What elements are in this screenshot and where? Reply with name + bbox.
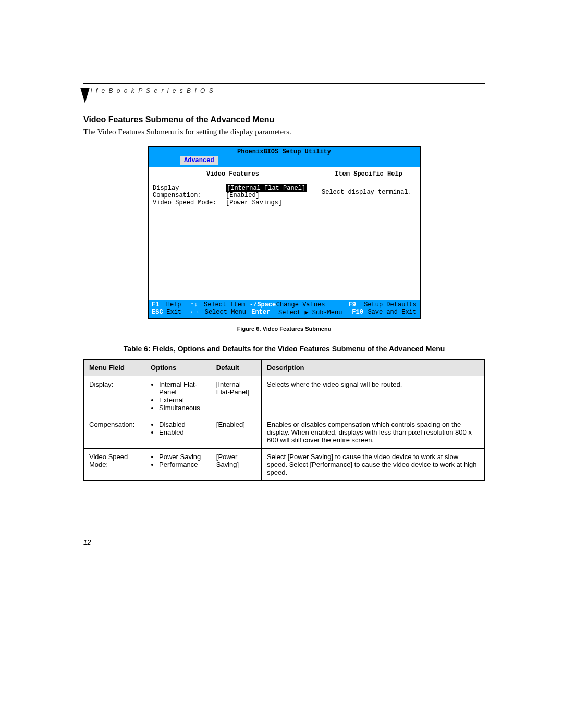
- bios-key: -/Space: [250, 301, 276, 309]
- option-item: Disabled: [159, 421, 205, 428]
- bios-key-label: Save and Exit: [368, 309, 417, 316]
- bios-key: ESC: [152, 309, 163, 316]
- th-description: Description: [262, 360, 485, 376]
- option-item: Internal Flat-Panel: [159, 380, 205, 396]
- th-menu-field: Menu Field: [84, 360, 145, 376]
- bios-key: F10: [352, 309, 363, 316]
- option-item: Power Saving: [159, 453, 205, 461]
- cell-desc: Selects where the video signal will be r…: [262, 376, 485, 416]
- bios-key-label: Select ▶ Sub-Menu: [278, 309, 352, 316]
- bios-row-label: Video Speed Mode:: [153, 199, 226, 206]
- page-flag-icon: [80, 88, 90, 103]
- bios-row-video-speed: Video Speed Mode: [Power Savings]: [153, 199, 313, 206]
- cell-field: Compensation:: [84, 416, 145, 449]
- bios-row-label: Compensation:: [153, 192, 226, 199]
- options-table: Menu Field Options Default Description D…: [83, 359, 485, 481]
- section-title: Video Features Submenu of the Advanced M…: [83, 115, 485, 125]
- bios-key: ↑↓: [190, 301, 198, 309]
- option-item: Performance: [159, 461, 205, 468]
- option-item: Simultaneous: [159, 404, 205, 412]
- cell-options: Power Saving Performance: [145, 449, 211, 481]
- bios-key-label: Select Item: [204, 301, 250, 309]
- bios-row-display: Display [Internal Flat Panel]: [153, 184, 313, 192]
- cell-default: [Enabled]: [211, 416, 261, 449]
- bios-key: F1: [152, 301, 159, 309]
- bios-help-title: Item Specific Help: [322, 170, 415, 178]
- cell-desc: Select [Power Saving] to cause the video…: [262, 449, 485, 481]
- bios-row-value: [Enabled]: [226, 192, 260, 199]
- bios-row-value: [Internal Flat Panel]: [226, 184, 307, 192]
- table-header-row: Menu Field Options Default Description: [84, 360, 485, 376]
- bios-key-label: Change Values: [276, 301, 349, 309]
- header-rule: [83, 83, 485, 84]
- bios-screenshot: PhoenixBIOS Setup Utility Advanced Video…: [148, 146, 421, 319]
- bios-left-title: Video Features: [153, 170, 313, 178]
- bios-help-pane: Item Specific Help Select display termin…: [317, 167, 420, 300]
- option-item: Enabled: [159, 428, 205, 436]
- cell-options: Internal Flat-Panel External Simultaneou…: [145, 376, 211, 416]
- bios-row-value: [Power Savings]: [226, 199, 282, 206]
- bios-tab-row: Advanced: [149, 156, 420, 167]
- page-number: 12: [83, 538, 485, 546]
- bios-row-label: Display: [153, 184, 226, 192]
- cell-field: Display:: [84, 376, 145, 416]
- th-default: Default: [211, 360, 261, 376]
- cell-field: Video Speed Mode:: [84, 449, 145, 481]
- figure-caption: Figure 6. Video Features Submenu: [83, 326, 485, 332]
- option-item: External: [159, 396, 205, 404]
- table-row: Display: Internal Flat-Panel External Si…: [84, 376, 485, 416]
- bios-title-bar: PhoenixBIOS Setup Utility: [149, 147, 420, 156]
- table-row: Video Speed Mode: Power Saving Performan…: [84, 449, 485, 481]
- bios-key: ←→: [191, 309, 198, 316]
- th-options: Options: [145, 360, 211, 376]
- bios-left-pane: Video Features Display [Internal Flat Pa…: [149, 167, 317, 300]
- cell-default: [Internal Flat-Panel]: [211, 376, 261, 416]
- bios-key-label: Exit: [166, 309, 191, 316]
- table-title: Table 6: Fields, Options and Defaults fo…: [83, 344, 485, 353]
- bios-key-label: Setup Defaults: [364, 301, 417, 309]
- bios-key: Enter: [251, 309, 270, 316]
- bios-key-label: Help: [166, 301, 190, 309]
- cell-default: [Power Saving]: [211, 449, 261, 481]
- cell-options: Disabled Enabled: [145, 416, 211, 449]
- section-description: The Video Features Submenu is for settin…: [83, 128, 485, 137]
- bios-help-text: Select display terminal.: [322, 189, 415, 196]
- running-header: L i f e B o o k P S e r i e s B I O S: [83, 87, 485, 94]
- cell-desc: Enables or disables compensation which c…: [262, 416, 485, 449]
- bios-key: F9: [349, 301, 356, 309]
- table-row: Compensation: Disabled Enabled [Enabled]…: [84, 416, 485, 449]
- bios-footer: F1 Help ↑↓ Select Item -/Space Change Va…: [149, 300, 420, 318]
- bios-row-compensation: Compensation: [Enabled]: [153, 192, 313, 199]
- bios-tab-advanced: Advanced: [180, 156, 218, 165]
- bios-key-label: Select Menu: [205, 309, 251, 316]
